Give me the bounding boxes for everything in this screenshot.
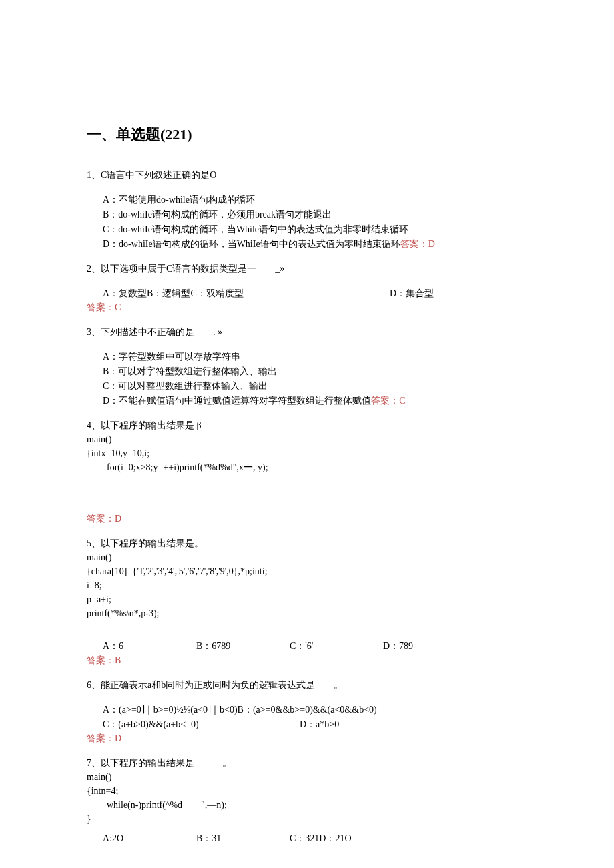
document-page: 一、单选题(221) 1、C语言中下列叙述正确的是O A：不能使用do-whil… bbox=[0, 0, 614, 868]
q6-answer: 答案：D bbox=[87, 731, 527, 745]
section-heading: 一、单选题(221) bbox=[87, 123, 527, 145]
q6-option-d: D：a*b>0 bbox=[300, 717, 339, 731]
q6-options: A：(a>=0∣｜b>=0)½⅛(a<0∣｜b<0)B：(a>=0&&b>=0)… bbox=[87, 703, 527, 731]
q1-stem: 1、C语言中下列叙述正确的是O bbox=[87, 168, 527, 182]
q7-code-line1: main() bbox=[87, 770, 527, 784]
question-7: 7、以下程序的输出结果是______。 main() {intn=4; whil… bbox=[87, 756, 527, 845]
q7-code-line4: } bbox=[87, 812, 527, 826]
q2-option-abc: A：复数型B：逻辑型C：双精度型 bbox=[103, 286, 390, 300]
q3-option-b: B：可以对字符型数组进行整体输入、输出 bbox=[103, 364, 527, 378]
q1-option-b: B：do-whiIe语句构成的循环，必须用break语句才能退出 bbox=[103, 207, 527, 222]
q6-stem: 6、能正确表示a和b同时为正或同时为负的逻辑表达式是 。 bbox=[87, 678, 527, 692]
q5-stem: 5、以下程序的输出结果是。 bbox=[87, 536, 527, 550]
q5-answer: 答案：B bbox=[87, 653, 527, 667]
q5-option-a: A：6 bbox=[103, 639, 196, 653]
q1-answer: 答案：D bbox=[400, 239, 435, 249]
q7-stem: 7、以下程序的输出结果是______。 bbox=[87, 756, 527, 770]
q7-option-b: B：31 bbox=[196, 831, 290, 845]
q7-option-a: Λ:2O bbox=[103, 831, 196, 845]
q4-code-line2: {intx=10,y=10,i; bbox=[87, 446, 527, 460]
q4-code-line1: main() bbox=[87, 432, 527, 446]
q4-answer: 答案：D bbox=[87, 512, 527, 526]
q3-option-a: A：字符型数组中可以存放字符串 bbox=[103, 350, 527, 364]
q5-option-b: B：6789 bbox=[196, 639, 290, 653]
q4-code-line3: for(i=0;x>8;y=++i)printf(*%d%d",x一, y); bbox=[87, 460, 527, 474]
q6-option-ab: A：(a>=0∣｜b>=0)½⅛(a<0∣｜b<0)B：(a>=0&&b>=0)… bbox=[103, 703, 527, 717]
q1-option-d: D：do-whiIe语句构成的循环，当WhiIe语句中的表达式值为零时结束循环答… bbox=[103, 237, 527, 251]
question-2: 2、以下选项中属于C语言的数据类型是一 _» A：复数型B：逻辑型C：双精度型 … bbox=[87, 262, 527, 314]
q1-option-c: C：do-whiIe语句构成的循环，当While语句中的表达式值为非零时结束循环 bbox=[103, 222, 527, 236]
q7-code-line3: while(n-)printf(^%d ",—n); bbox=[87, 798, 527, 812]
q5-code-line5: printf(*%s\n*,p-3); bbox=[87, 606, 527, 620]
q5-option-c: C：'6' bbox=[290, 639, 383, 653]
q2-answer: 答案：C bbox=[87, 300, 527, 314]
q5-code-line1: main() bbox=[87, 550, 527, 564]
q1-options: A：不能使用do-while语句构成的循环 B：do-whiIe语句构成的循环，… bbox=[87, 193, 527, 251]
q5-code-line2: {chara[10]={'T,'2','3','4','5','6','7','… bbox=[87, 564, 527, 578]
q3-option-d: D：不能在赋值语句中通过赋值运算符对字符型数组进行整体赋值答案：C bbox=[103, 394, 527, 408]
q5-option-d: D：789 bbox=[383, 639, 463, 653]
question-6: 6、能正确表示a和b同时为正或同时为负的逻辑表达式是 。 A：(a>=0∣｜b>… bbox=[87, 678, 527, 745]
q7-options: Λ:2O B：31 C：321D：21O bbox=[87, 831, 527, 845]
q5-options: A：6 B：6789 C：'6' D：789 bbox=[87, 639, 527, 653]
q3-options: A：字符型数组中可以存放字符串 B：可以对字符型数组进行整体输入、输出 C：可以… bbox=[87, 350, 527, 408]
q3-option-c: C：可以对整型数组进行整体输入、输出 bbox=[103, 379, 527, 393]
q6-option-c: C：(a+b>0)&&(a+b<=0) bbox=[103, 717, 300, 731]
q1-option-d-text: D：do-whiIe语句构成的循环，当WhiIe语句中的表达式值为零时结束循环 bbox=[103, 239, 400, 249]
q5-code-line4: p=a+i; bbox=[87, 592, 527, 606]
question-4: 4、以下程序的输出结果是 β main() {intx=10,y=10,i; f… bbox=[87, 418, 527, 526]
q2-stem: 2、以下选项中属于C语言的数据类型是一 _» bbox=[87, 262, 527, 276]
question-3: 3、下列描述中不正确的是 . » A：字符型数组中可以存放字符串 B：可以对字符… bbox=[87, 325, 527, 408]
q1-option-a: A：不能使用do-while语句构成的循环 bbox=[103, 193, 527, 207]
q3-stem: 3、下列描述中不正确的是 . » bbox=[87, 325, 527, 339]
q7-code-line2: {intn=4; bbox=[87, 784, 527, 798]
q3-answer: 答案：C bbox=[371, 396, 405, 406]
question-1: 1、C语言中下列叙述正确的是O A：不能使用do-while语句构成的循环 B：… bbox=[87, 168, 527, 251]
question-5: 5、以下程序的输出结果是。 main() {chara[10]={'T,'2',… bbox=[87, 536, 527, 667]
q4-stem: 4、以下程序的输出结果是 β bbox=[87, 418, 527, 432]
q2-option-d: D：集合型 bbox=[390, 286, 434, 300]
q5-code-line3: i=8; bbox=[87, 578, 527, 592]
q7-option-cd: C：321D：21O bbox=[290, 831, 370, 845]
q3-option-d-text: D：不能在赋值语句中通过赋值运算符对字符型数组进行整体赋值 bbox=[103, 396, 371, 406]
q2-options: A：复数型B：逻辑型C：双精度型 D：集合型 bbox=[87, 286, 527, 300]
